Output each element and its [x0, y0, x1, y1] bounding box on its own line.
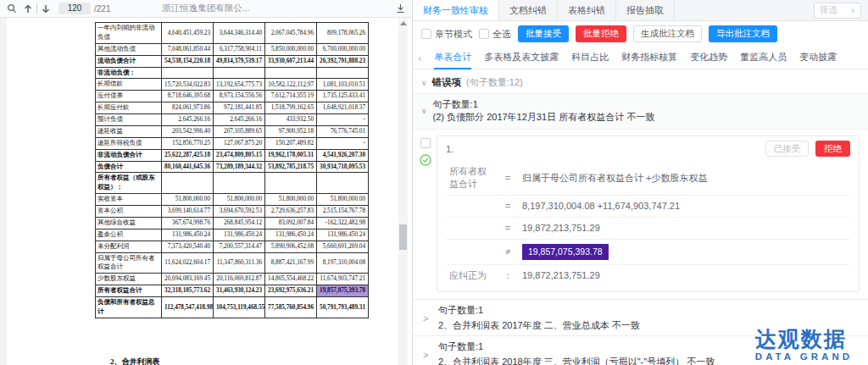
error-section-header[interactable]: ∨ 错误项 (句子数量:12): [413, 69, 868, 93]
table-cell: 131,986,450.24: [214, 229, 265, 241]
error-group-item[interactable]: >句子数量:12、合并利润表 2018年度 三、营业利润（亏损以"-"号填列） …: [413, 335, 868, 365]
table-cell: 80,160,441,645.36: [162, 161, 214, 173]
consistency-formula: 所有者权益合计=归属于母公司所有者权益合计 +少数股东权益=8,197,310,…: [446, 161, 850, 286]
scrollbar-thumb[interactable]: [399, 224, 407, 250]
subtab-3[interactable]: 科目占比: [571, 47, 609, 69]
table-cell: 33,930,607,213.44: [265, 55, 317, 67]
table-row: 预计负债2,645,266.162,645,266.16433,932.50-: [96, 114, 369, 126]
document-area: 一年内到期的非流动负债4,640,451,459.233,644,346,314…: [0, 18, 412, 365]
table-cell: 1,081,103,010.51: [317, 79, 369, 91]
chapter-mode-label: 章节模式: [435, 28, 472, 41]
chevron-down-icon: ∨: [850, 7, 855, 14]
item-checkbox[interactable]: [420, 138, 431, 148]
batch-accept-button[interactable]: 批量接受: [518, 25, 569, 42]
next-section-heading: 2、合并利润表: [110, 357, 160, 365]
table-cell: 1,648,921,018.37: [317, 102, 369, 114]
table-cell: 13,192,654,775.73: [214, 79, 265, 91]
table-cell: 7,373,420,540.40: [162, 241, 214, 252]
subtab-4[interactable]: 财务指标核算: [621, 47, 677, 69]
table-cell: 150,207,489.82: [265, 137, 317, 149]
batch-reject-button[interactable]: 批量拒绝: [576, 25, 626, 42]
subtab-2[interactable]: 多表格及表文披露: [484, 47, 559, 69]
generate-annotation-doc-button[interactable]: 生成批注文档: [633, 25, 702, 42]
item-description: 2、合并利润表 2017年度 二、营业总成本 不一致: [438, 319, 860, 331]
row-label: 所有者权益（或股东权益）：: [96, 173, 162, 194]
item-sentence-count: 句子数量:1: [438, 340, 860, 352]
table-cell: [265, 67, 317, 79]
row-label: 少数股东权益: [96, 274, 162, 285]
audit-panel: 财务一致性审核文档纠错表格纠错报告抽取 筛选 ∨ 章节模式 全选 批量接受 批量…: [413, 0, 868, 365]
chevron-right-icon: >: [423, 313, 428, 324]
group-description: (2) 负债部分 2017年12月31日 所有者权益合计 不一致: [433, 111, 655, 124]
table-cell: 8,973,154,556.56: [214, 91, 265, 102]
download-icon[interactable]: [396, 3, 405, 14]
error-detail-card: 1. 已接受 拒绝 所有者权益合计=归属于母公司所有者权益合计 +少数股东权益=…: [437, 135, 860, 292]
page-up-icon[interactable]: [24, 4, 32, 14]
error-group-item[interactable]: >句子数量:12、合并利润表 2017年度 二、营业总成本 不一致: [413, 299, 868, 335]
row-label: 一年内到期的非流动负债: [96, 23, 162, 44]
formula-value: 归属于母公司所有者权益合计 +少数股东权益: [519, 161, 850, 196]
error-group-header[interactable]: ∨ 句子数量:1 (2) 负债部分 2017年12月31日 所有者权益合计 不一…: [413, 93, 868, 130]
table-cell: 104,753,119,468.55: [214, 297, 265, 318]
row-label: 非流动负债：: [96, 67, 162, 79]
row-label: 盈余公积: [96, 229, 162, 241]
page-down-icon[interactable]: [42, 4, 50, 14]
formula-operator: ：: [497, 265, 519, 287]
table-row: 非流动负债合计25,622,287,425.1823,474,809,805.1…: [96, 149, 369, 161]
table-cell: 5,850,000,000.00: [265, 43, 317, 55]
scroll-left-icon[interactable]: ‹: [418, 53, 421, 64]
toolbar-divider: [36, 3, 37, 14]
tab-4[interactable]: 报告抽取: [616, 0, 675, 20]
filter-label: 筛选: [820, 4, 837, 16]
viewer-scrollbar[interactable]: [398, 18, 408, 365]
filter-select[interactable]: 筛选 ∨: [814, 3, 861, 19]
table-cell: 8,197,310,004.08: [317, 252, 369, 274]
table-cell: 20,694,083,169.45: [162, 274, 214, 285]
table-cell: 83,092,007.84: [265, 217, 317, 229]
formula-operator: =: [497, 218, 519, 240]
table-cell: 972,181,441.85: [214, 102, 265, 114]
table-cell: 30,934,718,095.53: [317, 161, 369, 173]
row-label: 长期应付款: [96, 102, 162, 114]
table-row: 所有者权益合计32,318,105,773.6231,463,930,124.2…: [96, 285, 369, 297]
group-sentence-count: 句子数量:1: [433, 98, 655, 111]
check-circle-icon: [420, 154, 431, 166]
table-cell: 6,317,758,904.11: [214, 43, 265, 55]
main-tabbar: 财务一致性审核文档纠错表格纠错报告抽取 筛选 ∨: [413, 0, 868, 21]
tab-3[interactable]: 表格纠错: [558, 0, 616, 20]
table-cell: 51,800,000.00: [317, 194, 369, 206]
export-annotation-doc-button[interactable]: 导出批注文档: [709, 25, 777, 42]
table-cell: [162, 67, 214, 79]
table-cell: 127,067,875.20: [214, 137, 265, 149]
app-root: 120 /221 浙江恒逸集团有限公... 一年内到期的非流动负债4,640,4…: [0, 0, 868, 365]
table-cell: 1,518,799,162.65: [265, 102, 317, 114]
subtab-1[interactable]: 单表合计: [434, 47, 471, 69]
error-detail-section: 1. 已接受 拒绝 所有者权益合计=归属于母公司所有者权益合计 +少数股东权益=…: [413, 130, 868, 299]
chapter-mode-toggle[interactable]: 章节模式: [421, 28, 472, 41]
table-cell: [162, 173, 214, 194]
table-cell: -: [317, 114, 369, 126]
accepted-button[interactable]: 已接受: [765, 141, 810, 157]
table-cell: 268,845,954.12: [214, 217, 265, 229]
subtab-7[interactable]: 变动披露: [799, 47, 837, 69]
select-all-toggle[interactable]: 全选: [479, 28, 511, 41]
table-cell: 131,986,450.24: [265, 229, 317, 241]
table-cell: 20,116,069,812.87: [214, 274, 265, 285]
page-number-input[interactable]: 120: [58, 3, 91, 14]
row-label: 其他流动负债: [96, 43, 162, 55]
reject-button[interactable]: 拒绝: [815, 141, 850, 157]
tab-1[interactable]: 财务一致性审核: [413, 0, 499, 20]
table-cell: 51,800,000.00: [265, 194, 317, 206]
subtab-5[interactable]: 变化趋势: [690, 47, 727, 69]
formula-label: [446, 240, 497, 265]
table-cell: 10,582,122,112.97: [265, 79, 317, 91]
table-cell: 32,318,105,773.62: [162, 285, 214, 297]
chapter-mode-checkbox[interactable]: [421, 29, 431, 39]
page-margin: [0, 18, 7, 365]
subtab-6[interactable]: 董监高人员: [740, 47, 787, 69]
table-cell: 2,645,266.16: [162, 114, 214, 126]
select-all-checkbox[interactable]: [479, 29, 489, 39]
scroll-up-icon[interactable]: [400, 21, 407, 25]
search-icon[interactable]: [7, 3, 17, 14]
tab-2[interactable]: 文档纠错: [499, 0, 558, 20]
